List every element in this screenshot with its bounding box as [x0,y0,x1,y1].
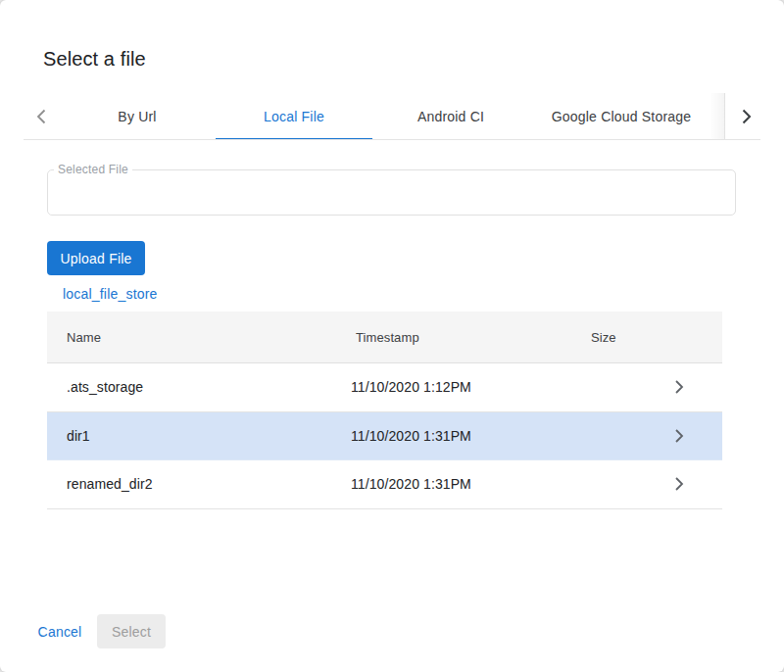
chevron-left-icon [36,109,46,124]
breadcrumb-local-file-store[interactable]: local_file_store [63,286,158,302]
cancel-button[interactable]: Cancel [27,614,92,649]
table-header-row: Name Timestamp Size [47,312,722,363]
open-directory-button[interactable] [669,363,689,411]
table-row-ats-storage[interactable]: .ats_storage 11/10/2020 1:12PM [47,363,722,412]
tab-label: Android CI [417,109,484,124]
table-row-renamed-dir2[interactable]: renamed_dir2 11/10/2020 1:31PM [47,460,722,509]
file-name: dir1 [67,412,90,460]
select-button[interactable]: Select [97,614,166,648]
tab-by-url[interactable]: By Url [59,93,216,139]
file-timestamp: 11/10/2020 1:12PM [351,363,471,411]
chevron-right-icon [674,429,684,443]
chevron-right-icon [674,477,684,491]
tab-label: Local File [264,109,324,124]
tab-label: By Url [118,109,156,124]
tabs-scroll-left-button[interactable] [24,93,59,139]
tab-bar: By Url Local File Android CI Google Clou… [24,93,760,140]
selected-file-field-label: Selected File [54,164,132,176]
table-row-dir1[interactable]: dir1 11/10/2020 1:31PM [47,412,722,461]
file-table: Name Timestamp Size .ats_storage 11/10/2… [47,312,722,509]
tabs-scroll-right-button[interactable] [725,93,760,139]
open-directory-button[interactable] [669,412,689,460]
dialog-title: Select a file [43,45,146,72]
open-directory-button[interactable] [669,460,689,508]
upload-file-button[interactable]: Upload File [47,241,145,275]
column-header-name: Name [67,312,101,362]
file-timestamp: 11/10/2020 1:31PM [351,412,471,460]
file-name: .ats_storage [67,363,143,411]
tab-google-cloud-storage[interactable]: Google Cloud Storage [529,93,713,139]
column-header-timestamp: Timestamp [356,312,419,362]
file-name: renamed_dir2 [67,460,153,508]
tab-list: By Url Local File Android CI Google Clou… [59,93,725,139]
tab-label: Google Cloud Storage [552,109,692,124]
column-header-size: Size [591,312,616,362]
tab-local-file[interactable]: Local File [216,93,372,139]
tab-android-ci[interactable]: Android CI [372,93,529,139]
active-tab-indicator [216,138,372,139]
chevron-right-icon [742,109,752,124]
selected-file-field: Selected File [47,169,736,216]
selected-file-input[interactable] [58,176,727,209]
chevron-right-icon [674,380,684,394]
file-timestamp: 11/10/2020 1:31PM [351,460,471,508]
select-file-dialog: Select a file By Url Local File Android … [0,0,784,672]
